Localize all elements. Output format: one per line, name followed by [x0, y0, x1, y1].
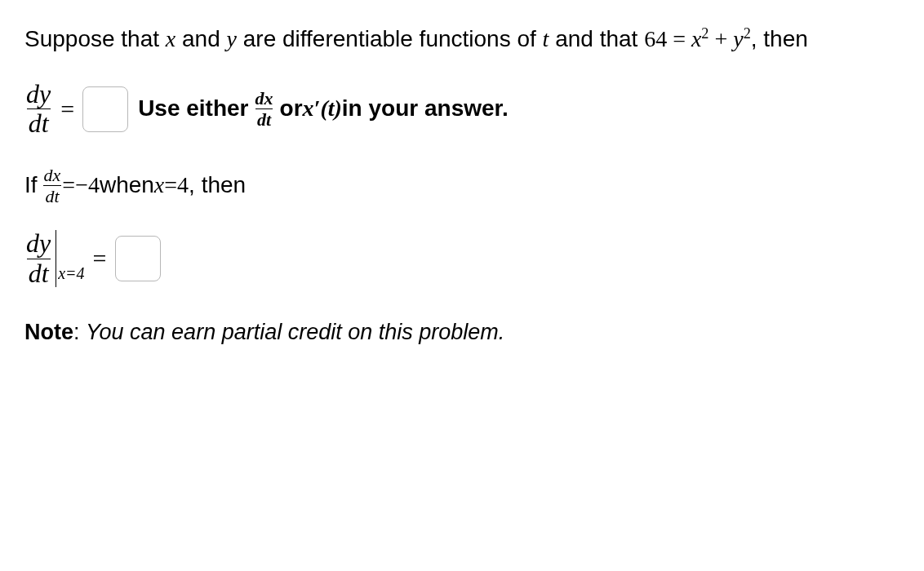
val-neg4: −4 — [75, 169, 100, 202]
note-text: You can earn partial credit on this prob… — [86, 320, 504, 344]
equals-sign-2: = — [93, 241, 107, 277]
note-colon: : — [73, 320, 86, 344]
eval-subscript: x=4 — [58, 262, 84, 287]
dx-num-cond: dx — [42, 166, 63, 185]
hint-pre: Use either — [138, 92, 248, 126]
eqn-x: x — [691, 26, 701, 51]
eq-cond-2: = — [164, 169, 177, 202]
then-text: , then — [189, 169, 246, 202]
var-y: y — [227, 26, 237, 51]
dy-num: dy — [24, 81, 52, 109]
equals-sign-1: = — [60, 91, 74, 127]
frac-dy-dt-2: dy dt — [24, 230, 52, 287]
eval-group: dy dt x=4 — [24, 230, 85, 287]
xprime-notation: x′(t) — [303, 92, 342, 126]
when-text: when — [100, 169, 154, 202]
dt-den-2: dt — [27, 259, 51, 288]
frac-dy-dt: dy dt — [24, 81, 52, 138]
var-x: x — [166, 26, 175, 51]
hint-mid: or — [280, 92, 303, 126]
dt-den-cond: dt — [43, 185, 60, 206]
eqn-plus: + — [709, 26, 733, 51]
if-text: If — [24, 169, 38, 202]
answer-input-1[interactable] — [82, 86, 128, 132]
eval-bar-icon — [56, 230, 56, 287]
four-val: 4 — [177, 169, 189, 202]
dy-num-2: dy — [24, 230, 52, 259]
condition-line: If dx dt = −4 when x = 4 , then — [24, 166, 900, 206]
answer-input-2[interactable] — [115, 236, 161, 281]
intro-text-4: and that — [549, 26, 644, 51]
x-cond: x — [154, 169, 164, 202]
dx-num-hint: dx — [254, 89, 275, 108]
note-line: Note: You can earn partial credit on thi… — [24, 316, 900, 348]
problem-intro: Suppose that x and y are differentiable … — [24, 23, 900, 56]
equation-line-2: dy dt x=4 = — [24, 230, 900, 287]
intro-text-2: and — [175, 26, 226, 51]
frac-dx-dt-hint: dx dt — [254, 89, 275, 129]
intro-text-5: , then — [751, 26, 808, 51]
intro-text-3: are differentiable functions of — [237, 26, 543, 51]
note-label: Note — [24, 320, 73, 344]
eqn-y: y — [733, 26, 743, 51]
intro-text-1: Suppose that — [24, 26, 166, 51]
dt-den: dt — [27, 108, 51, 138]
frac-dx-dt-cond: dx dt — [42, 166, 63, 206]
intro-equals: = — [667, 26, 691, 51]
intro-const: 64 — [644, 26, 667, 51]
eqn-y-sq: 2 — [744, 25, 751, 42]
hint-post: in your answer. — [342, 92, 509, 126]
dt-den-hint: dt — [255, 108, 273, 129]
equation-line-1: dy dt = Use either dx dt or x′(t) in you… — [24, 81, 900, 138]
eq-cond-1: = — [62, 169, 75, 202]
